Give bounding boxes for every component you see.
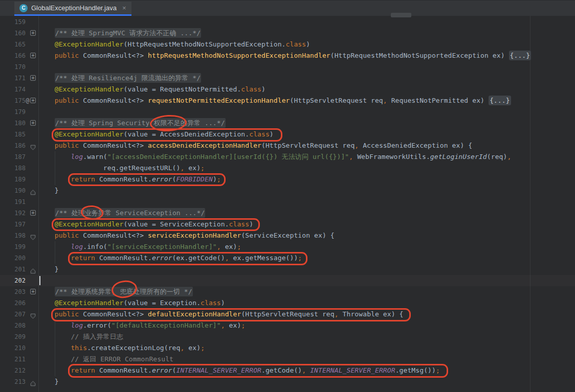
line-number: 192 — [0, 207, 26, 219]
code-line[interactable]: 197 @ExceptionHandler(value = ServiceExc… — [0, 219, 575, 230]
line-number: 202 — [0, 275, 26, 286]
code-line[interactable]: 198 public CommonResult<?> serviceExcept… — [0, 230, 575, 241]
code-text: log.error("[defaultExceptionHandler]", e… — [38, 320, 245, 331]
fold-expand-icon[interactable]: + — [30, 98, 36, 103]
code-lines: 159160+ /** 处理 SpringMVC 请求方法不正确 ...*/16… — [0, 16, 575, 387]
code-line[interactable]: 179 — [0, 106, 575, 118]
scrollbar-thumb[interactable] — [391, 13, 411, 17]
code-line[interactable]: 200 return CommonResult.error(ex.getCode… — [0, 252, 575, 264]
tab-close-icon[interactable]: × — [122, 4, 126, 12]
fold-region-start-icon[interactable] — [30, 143, 36, 148]
code-text: public CommonResult<?> serviceExceptionH… — [38, 230, 335, 241]
code-line[interactable]: 208 log.error("[defaultExceptionHandler]… — [0, 320, 575, 331]
tab-globalexceptionhandler[interactable]: C GlobalExceptionHandler.java × — [14, 2, 131, 16]
code-line[interactable]: 190 } — [0, 185, 575, 196]
line-number: 198 — [0, 230, 26, 241]
line-number: 186 — [0, 140, 26, 151]
fold-expand-icon[interactable]: + — [30, 120, 36, 126]
line-number: 207 — [0, 309, 26, 320]
code-text: @ExceptionHandler(value = Exception.clas… — [38, 297, 225, 309]
code-line[interactable]: 201 } — [0, 264, 575, 275]
code-line[interactable]: 180+ /** 处理 Spring Security 权限不足的异常 ...*… — [0, 118, 575, 129]
line-number: 170 — [0, 61, 26, 73]
code-text: public CommonResult<?> defaultExceptionH… — [38, 309, 403, 320]
code-text: @ExceptionHandler(value = ServiceExcepti… — [38, 219, 253, 230]
editor-tab-bar: C GlobalExceptionHandler.java × — [0, 0, 575, 16]
code-line[interactable]: 209 // 插入异常日志 — [0, 331, 575, 342]
code-line[interactable]: 199 log.info("[serviceExceptionHandler]"… — [0, 241, 575, 252]
code-line[interactable]: 191 — [0, 196, 575, 207]
code-text: public CommonResult<?> requestNotPermitt… — [38, 95, 511, 106]
line-number: 174 — [0, 84, 26, 95]
line-number: 191 — [0, 196, 26, 207]
code-line[interactable]: 159 — [0, 16, 575, 28]
line-number: 208 — [0, 320, 26, 331]
fold-region-start-icon[interactable] — [30, 233, 36, 238]
fold-expand-icon[interactable]: + — [30, 53, 36, 58]
code-text: /** 处理业务异常 ServiceException ...*/ — [38, 207, 205, 219]
line-number: 197 — [0, 219, 26, 230]
code-text: return CommonResult.error(ex.getCode(), … — [38, 252, 302, 264]
code-text: @ExceptionHandler(value = AccessDeniedEx… — [38, 129, 274, 140]
code-line[interactable]: 212 return CommonResult.error(INTERNAL_S… — [0, 365, 575, 376]
code-text: } — [38, 185, 59, 196]
code-line[interactable]: 175@+ public CommonResult<?> requestNotP… — [0, 95, 575, 106]
fold-region-end-icon[interactable] — [30, 266, 36, 272]
code-text: /** 处理 SpringMVC 请求方法不正确 ...*/ — [38, 28, 201, 39]
line-number: 165 — [0, 39, 26, 50]
line-number: 180 — [0, 118, 26, 129]
fold-expand-icon[interactable]: + — [30, 30, 36, 36]
code-text: this.createExceptionLog(req, ex); — [38, 342, 205, 354]
code-line[interactable]: 206 @ExceptionHandler(value = Exception.… — [0, 297, 575, 309]
code-line[interactable]: 203+ /** 处理系统异常, 兜底处理所有的一切 */ — [0, 286, 575, 297]
code-line[interactable]: 174 @ExceptionHandler(value = RequestNot… — [0, 84, 575, 95]
code-line[interactable]: 185 @ExceptionHandler(value = AccessDeni… — [0, 129, 575, 140]
code-line[interactable]: 202 — [0, 275, 575, 286]
code-text: return CommonResult.error(INTERNAL_SERVE… — [38, 365, 440, 376]
code-text: /** 处理 Resilience4j 限流抛出的异常 */ — [38, 73, 201, 84]
line-number: 200 — [0, 252, 26, 264]
line-number: 179 — [0, 106, 26, 118]
code-line[interactable]: 166+ public CommonResult<?> httpRequestM… — [0, 50, 575, 61]
line-number: 187 — [0, 151, 26, 163]
line-number: 211 — [0, 354, 26, 365]
line-number: 199 — [0, 241, 26, 252]
code-text: return CommonResult.error(FORBIDDEN); — [38, 174, 221, 185]
code-line[interactable]: 171+ /** 处理 Resilience4j 限流抛出的异常 */ — [0, 73, 575, 84]
code-editor[interactable]: 159160+ /** 处理 SpringMVC 请求方法不正确 ...*/16… — [0, 16, 575, 392]
code-text: // 返回 ERROR CommonResult — [38, 354, 173, 365]
fold-expand-icon[interactable]: + — [30, 75, 36, 81]
line-number: 171 — [0, 73, 26, 84]
java-class-icon: C — [19, 4, 28, 12]
fold-region-end-icon[interactable] — [30, 379, 36, 384]
code-line[interactable]: 187 log.warn("[accessDeniedExceptionHand… — [0, 151, 575, 163]
line-number: 160 — [0, 28, 26, 39]
code-line[interactable]: 192+ /** 处理业务异常 ServiceException ...*/ — [0, 207, 575, 219]
line-number: 209 — [0, 331, 26, 342]
code-line[interactable]: 165 @ExceptionHandler(HttpRequestMethodN… — [0, 39, 575, 50]
code-line[interactable]: 210 this.createExceptionLog(req, ex); — [0, 342, 575, 354]
code-line[interactable]: 188 req.getRequestURL(), ex); — [0, 163, 575, 174]
fold-region-end-icon[interactable] — [30, 188, 36, 193]
code-text: public CommonResult<?> httpRequestMethod… — [38, 50, 531, 61]
code-line[interactable]: 211 // 返回 ERROR CommonResult — [0, 354, 575, 365]
fold-expand-icon[interactable]: + — [30, 210, 36, 216]
line-number: 203 — [0, 286, 26, 297]
line-number: 185 — [0, 129, 26, 140]
code-line[interactable]: 213 } — [0, 376, 575, 387]
code-text: req.getRequestURL(), ex); — [38, 163, 205, 174]
code-text: public CommonResult<?> accessDeniedExcep… — [38, 140, 472, 151]
code-text: @ExceptionHandler(HttpRequestMethodNotSu… — [38, 39, 310, 50]
code-text: log.info("[serviceExceptionHandler]", ex… — [38, 241, 241, 252]
line-number: 206 — [0, 297, 26, 309]
text-caret — [39, 276, 40, 285]
fold-expand-icon[interactable]: + — [30, 289, 36, 294]
code-line[interactable]: 189 return CommonResult.error(FORBIDDEN)… — [0, 174, 575, 185]
code-line[interactable]: 170 — [0, 61, 575, 73]
code-line[interactable]: 160+ /** 处理 SpringMVC 请求方法不正确 ...*/ — [0, 28, 575, 39]
code-text: log.warn("[accessDeniedExceptionHandler]… — [38, 151, 511, 163]
line-number: 201 — [0, 264, 26, 275]
code-line[interactable]: 207 public CommonResult<?> defaultExcept… — [0, 309, 575, 320]
fold-region-start-icon[interactable] — [30, 311, 36, 317]
code-line[interactable]: 186 public CommonResult<?> accessDeniedE… — [0, 140, 575, 151]
